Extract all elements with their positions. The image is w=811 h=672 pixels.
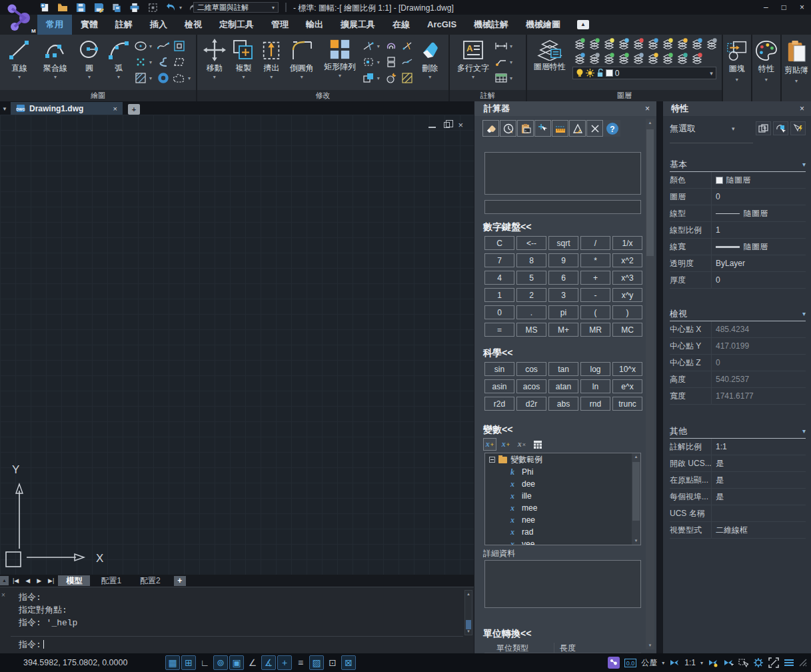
calc-key[interactable]: .: [516, 305, 546, 319]
annotation-scale-value[interactable]: 1:1: [684, 658, 696, 667]
layer-tool-icon[interactable]: [660, 37, 675, 50]
workspace-dropdown[interactable]: 二維草圖與註解 ▾: [193, 2, 279, 13]
layout-collapse-button[interactable]: ▲: [0, 576, 9, 585]
calculator-history-display[interactable]: [484, 152, 641, 195]
layout-tab[interactable]: 模型: [58, 575, 90, 586]
scientific-section-label[interactable]: 科學<<: [483, 347, 512, 359]
close-button[interactable]: ×: [800, 3, 804, 12]
ribbon-tab[interactable]: 註解: [107, 15, 141, 35]
layer-tool-icon[interactable]: [646, 37, 660, 50]
fillet-button[interactable]: 倒圓角 ▾: [285, 36, 319, 79]
chevron-down-icon[interactable]: ▾: [472, 75, 474, 79]
layer-tool-icon[interactable]: [675, 37, 690, 50]
status-toggle-button[interactable]: +: [277, 655, 292, 670]
layer-tool-icon[interactable]: [602, 51, 616, 65]
layout-tab[interactable]: 配置1: [93, 575, 129, 586]
calc-key[interactable]: atan: [548, 379, 578, 393]
block-marker-button[interactable]: [147, 1, 159, 13]
new-layout-button[interactable]: +: [174, 576, 186, 586]
chevron-down-icon[interactable]: ▾: [510, 75, 515, 81]
units-type-header[interactable]: 單位類型: [484, 643, 554, 653]
drawing-canvas[interactable]: × Y X: [0, 115, 474, 575]
chevron-down-icon[interactable]: ▾: [188, 75, 193, 81]
property-row[interactable]: 在原點顯... 是: [670, 472, 806, 489]
layer-tool-icon[interactable]: [616, 51, 631, 65]
chevron-down-icon[interactable]: ▾: [149, 43, 155, 49]
ribbon-panel-clipboard[interactable]: 剪貼簿 ▾: [782, 35, 811, 101]
boundary-button[interactable]: [172, 55, 187, 69]
ribbon-tab[interactable]: 機械註解: [465, 15, 517, 35]
document-tab[interactable]: DWG Drawing1.dwg ×: [11, 102, 123, 115]
ellipse-button[interactable]: [133, 39, 148, 53]
brand-badge-icon[interactable]: [608, 657, 620, 669]
undo-button[interactable]: [165, 1, 177, 13]
toggle-pickadd-button[interactable]: [790, 121, 806, 135]
property-row[interactable]: 寬度 1741.6177: [670, 388, 806, 405]
spline-cv-button[interactable]: [156, 55, 171, 69]
publish-button[interactable]: [111, 1, 123, 13]
chevron-down-icon[interactable]: ▾: [510, 59, 515, 65]
property-row[interactable]: 每個視埠... 是: [670, 489, 806, 505]
chevron-down-icon[interactable]: ▾: [18, 75, 21, 79]
property-row[interactable]: 中心點 X 485.4234: [670, 321, 806, 338]
save-as-button[interactable]: [93, 1, 105, 13]
units-value[interactable]: 公釐: [641, 657, 657, 669]
calc-key[interactable]: rnd: [580, 397, 610, 411]
property-row[interactable]: 視覺型式 二維線框: [670, 522, 806, 539]
chevron-down-icon[interactable]: ▾: [377, 59, 383, 65]
paste-to-commandline-button[interactable]: >_: [517, 120, 534, 137]
scroll-up-icon[interactable]: ▲: [646, 119, 654, 127]
calc-key[interactable]: ): [612, 305, 642, 319]
chevron-down-icon[interactable]: ▾: [339, 73, 341, 78]
doc-restore-button[interactable]: [444, 122, 450, 128]
calc-key[interactable]: trunc: [612, 397, 642, 411]
property-row[interactable]: 中心點 Y 417.0199: [670, 338, 806, 355]
ribbon-tab[interactable]: 常用: [37, 15, 72, 35]
chevron-down-icon[interactable]: ▾: [428, 75, 431, 79]
edit-variable-button[interactable]: x+: [499, 438, 512, 451]
calc-key[interactable]: 0: [484, 305, 514, 319]
chevron-down-icon[interactable]: ▾: [662, 660, 664, 666]
chevron-down-icon[interactable]: ▾: [88, 75, 91, 79]
calc-key[interactable]: /: [580, 236, 610, 250]
status-toggle-button[interactable]: ≡: [293, 655, 308, 670]
point-button[interactable]: [133, 55, 148, 69]
command-input[interactable]: 指令:: [11, 636, 463, 651]
move-button[interactable]: 移動 ▾: [200, 36, 229, 79]
leader-button[interactable]: [494, 55, 508, 69]
annotation-visibility-icon[interactable]: [708, 658, 718, 667]
explode-button[interactable]: [384, 71, 399, 85]
variable-item[interactable]: x rad: [485, 526, 640, 538]
section-header[interactable]: 檢視 ▾: [670, 307, 806, 321]
layer-tool-icon[interactable]: [690, 37, 704, 50]
command-line-panel[interactable]: × 指令:指定對角點:指令: '_help ▲ ▼ 指令:: [0, 587, 474, 653]
new-file-button[interactable]: [39, 1, 51, 13]
status-toggle-button[interactable]: ∟: [197, 655, 212, 670]
chevron-down-icon[interactable]: ▾: [301, 75, 303, 79]
layer-tool-icon[interactable]: [704, 37, 719, 50]
variable-item[interactable]: x mee: [485, 502, 640, 514]
calc-key[interactable]: x^2: [612, 253, 642, 267]
variable-item[interactable]: k Phi: [485, 466, 640, 478]
layer-tool-icon[interactable]: [631, 37, 646, 50]
chevron-down-icon[interactable]: ▾: [149, 75, 155, 81]
chevron-down-icon[interactable]: ▾: [54, 75, 57, 79]
variables-tree[interactable]: 變數範例 k Phi x dee x ille: [484, 453, 641, 545]
selection-cursor-icon[interactable]: [738, 658, 748, 667]
close-icon[interactable]: ×: [800, 104, 804, 113]
erase-button[interactable]: 刪除 ▾: [414, 36, 446, 79]
layer-dropdown[interactable]: 0 ▾: [572, 67, 716, 79]
chevron-down-icon[interactable]: ▾: [270, 75, 273, 79]
get-coordinates-button[interactable]: [534, 120, 551, 137]
ribbon-tab[interactable]: 輸出: [297, 15, 332, 35]
new-document-tab-button[interactable]: +: [128, 104, 140, 115]
ribbon-panel-block[interactable]: 圖塊 ▾: [723, 35, 751, 101]
calc-key[interactable]: =: [484, 323, 514, 337]
get-distance-button[interactable]: [552, 120, 568, 137]
scrollbar-thumb[interactable]: [646, 129, 654, 256]
clear-button[interactable]: [482, 120, 499, 137]
prev-layout-button[interactable]: ◀: [23, 577, 33, 584]
calc-key[interactable]: pi: [548, 305, 578, 319]
status-toggle-button[interactable]: ⊞: [181, 655, 196, 670]
calculator-input[interactable]: [484, 200, 641, 214]
